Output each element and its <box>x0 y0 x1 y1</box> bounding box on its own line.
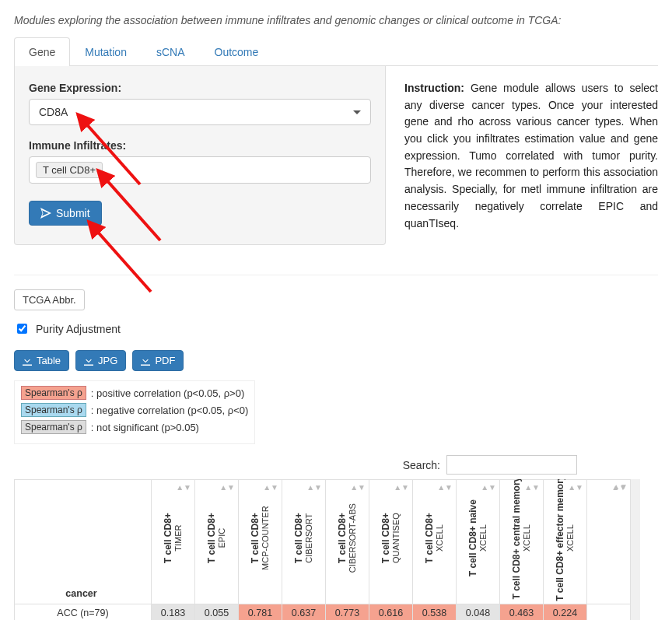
query-panel: Gene Expression: CD8A Immune Infiltrates… <box>14 66 386 245</box>
results-table: cancer▲▼ ▲▼T cell CD8+TIMER▲▼T cell CD8+… <box>14 479 631 620</box>
col-cancer[interactable]: cancer▲▼ <box>15 480 152 604</box>
instruction-panel: Instruction: Gene module allows users to… <box>404 66 658 245</box>
legend-pos-text: : positive correlation (p<0.05, ρ>0) <box>91 387 244 399</box>
value-cell[interactable]: 0.637 <box>282 604 326 621</box>
chevron-down-icon <box>353 110 361 114</box>
value-cell[interactable]: 0.538 <box>413 604 457 621</box>
legend-chip-ns: Spearman's ρ <box>21 420 86 434</box>
sort-icon: ▲▼ <box>306 483 322 492</box>
export-table-button[interactable]: Table <box>14 350 69 371</box>
submit-button[interactable]: Submit <box>29 201 102 226</box>
tab-gene[interactable]: Gene <box>14 37 70 66</box>
intro-text: Modules exploring the association betwee… <box>14 14 658 26</box>
download-icon <box>84 356 93 366</box>
value-cell[interactable]: 0.781 <box>239 604 282 621</box>
export-pdf-button[interactable]: PDF <box>132 350 184 371</box>
immune-infiltrates-label: Immune Infiltrates: <box>29 139 371 152</box>
results-table-wrap: cancer▲▼ ▲▼T cell CD8+TIMER▲▼T cell CD8+… <box>14 479 640 620</box>
col-8[interactable]: ▲▼T cell CD8+ central memoryXCELL <box>500 480 544 604</box>
sort-icon: ▲▼ <box>394 483 409 492</box>
sort-icon: ▲▼ <box>481 483 496 492</box>
immune-infiltrates-input[interactable]: T cell CD8+ <box>29 156 371 184</box>
col-7[interactable]: ▲▼T cell CD8+ naiveXCELL <box>457 480 500 604</box>
value-cell[interactable]: 0.616 <box>369 604 413 621</box>
purity-adjustment-checkbox[interactable] <box>17 324 27 334</box>
col-extra: ▲▼ <box>587 480 631 604</box>
col-9[interactable]: ▲▼T cell CD8+ effector memoryXCELL <box>544 480 587 604</box>
purity-adjustment-label: Purity Adjustment <box>36 323 121 335</box>
legend-chip-pos: Spearman's ρ <box>21 386 86 400</box>
export-table-label: Table <box>37 355 61 366</box>
value-cell[interactable]: 0.463 <box>500 604 544 621</box>
col-2[interactable]: ▲▼T cell CD8+MCP-COUNTER <box>239 480 282 604</box>
sort-icon: ▲▼ <box>176 483 191 492</box>
gene-expression-select[interactable]: CD8A <box>29 99 371 125</box>
sort-icon: ▲▼ <box>350 483 366 492</box>
infiltrate-tag[interactable]: T cell CD8+ <box>36 162 103 178</box>
col-0[interactable]: ▲▼T cell CD8+TIMER <box>152 480 195 604</box>
legend-ns-text: : not significant (p>0.05) <box>91 422 199 433</box>
col-6[interactable]: ▲▼T cell CD8+XCELL <box>413 480 457 604</box>
value-cell[interactable]: 0.055 <box>195 604 239 621</box>
col-3[interactable]: ▲▼T cell CD8+CIBERSORT <box>282 480 326 604</box>
table-row: ACC (n=79)0.1830.0550.7810.6370.7730.616… <box>15 604 631 621</box>
search-label: Search: <box>403 459 440 471</box>
legend-neg-text: : negative correlation (p<0.05, ρ<0) <box>91 405 249 416</box>
tab-mutation[interactable]: Mutation <box>70 37 142 66</box>
cancer-cell: ACC (n=79) <box>15 604 152 621</box>
tcga-abbr-button[interactable]: TCGA Abbr. <box>14 289 85 310</box>
instruction-heading: Instruction: <box>404 82 464 94</box>
paper-plane-icon <box>40 208 51 219</box>
module-tabs: Gene Mutation sCNA Outcome <box>14 37 658 66</box>
col-1[interactable]: ▲▼T cell CD8+EPIC <box>195 480 239 604</box>
value-cell[interactable]: 0.224 <box>544 604 587 621</box>
legend: Spearman's ρ: positive correlation (p<0.… <box>14 380 255 444</box>
col-5[interactable]: ▲▼T cell CD8+QUANTISEQ <box>369 480 413 604</box>
export-pdf-label: PDF <box>155 355 175 366</box>
search-input[interactable] <box>446 455 577 475</box>
col-4[interactable]: ▲▼T cell CD8+CIBERSORT-ABS <box>326 480 369 604</box>
sort-icon: ▲▼ <box>437 483 453 492</box>
value-cell[interactable]: 0.048 <box>457 604 500 621</box>
sort-icon: ▲▼ <box>611 483 627 492</box>
sort-icon: ▲▼ <box>219 483 235 492</box>
download-icon <box>141 356 150 366</box>
export-jpg-button[interactable]: JPG <box>75 350 126 371</box>
gene-expression-value: CD8A <box>39 106 68 118</box>
value-cell[interactable]: 0.183 <box>152 604 195 621</box>
tab-outcome[interactable]: Outcome <box>200 37 274 66</box>
value-cell[interactable]: 0.773 <box>326 604 369 621</box>
export-jpg-label: JPG <box>98 355 117 366</box>
tab-scna[interactable]: sCNA <box>142 37 200 66</box>
submit-label: Submit <box>56 207 90 219</box>
download-icon <box>23 356 32 366</box>
instruction-body: Gene module allows users to select any d… <box>404 82 658 229</box>
gene-expression-label: Gene Expression: <box>29 82 371 94</box>
legend-chip-neg: Spearman's ρ <box>21 403 86 417</box>
sort-icon: ▲▼ <box>263 483 278 492</box>
